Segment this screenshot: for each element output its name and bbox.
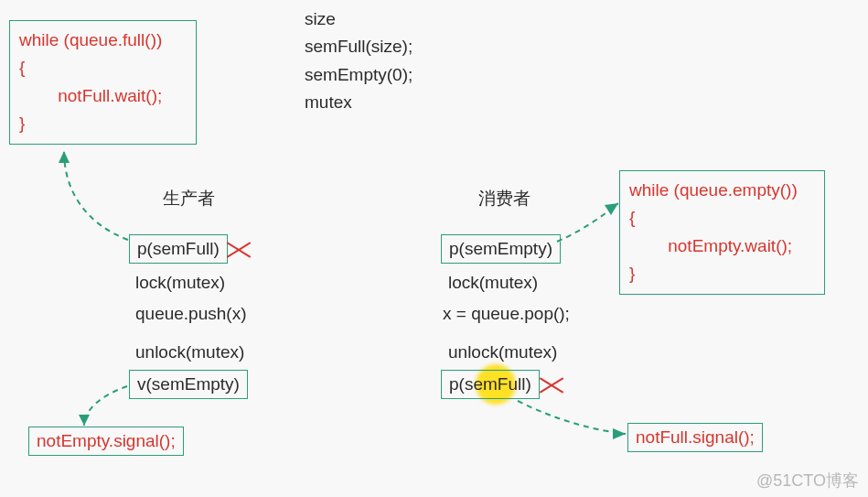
p-semempty-box: p(semEmpty) [441,234,561,264]
while-empty-l4: } [629,260,815,287]
init-semempty: semEmpty(0); [305,61,413,89]
while-queue-full-box: while (queue.full()) { notFull.wait(); } [9,20,197,145]
consumer-heading: 消费者 [478,187,530,211]
producer-heading: 生产者 [163,187,215,211]
svg-marker-2 [605,203,618,215]
p-semfull-text: p(semFull) [137,239,220,258]
while-empty-l2: { [629,204,815,232]
producer-lock: lock(mutex) [135,273,225,293]
while-full-l4: } [19,110,187,137]
init-block: size semFull(size); semEmpty(0); mutex [305,5,413,117]
consumer-lock: lock(mutex) [448,273,538,293]
while-full-l2: { [19,54,187,81]
p-semfull-consumer-text: p(semFull) [449,374,531,394]
notempty-signal-box: notEmpty.signal(); [28,427,184,456]
while-empty-l3: notEmpty.wait(); [629,232,815,260]
svg-marker-1 [79,415,90,426]
v-semempty-text: v(semEmpty) [137,374,240,394]
while-full-l3: notFull.wait(); [19,82,187,110]
notfull-signal-text: notFull.signal(); [636,427,755,447]
notfull-signal-box: notFull.signal(); [627,423,763,452]
notempty-signal-text: notEmpty.signal(); [37,431,176,450]
svg-marker-0 [59,151,70,163]
producer-push: queue.push(x) [135,304,246,324]
init-semfull: semFull(size); [305,33,413,60]
consumer-pop: x = queue.pop(); [443,304,570,324]
init-mutex: mutex [305,89,413,116]
consumer-unlock: unlock(mutex) [448,342,557,362]
while-queue-empty-box: while (queue.empty()) { notEmpty.wait();… [619,170,825,295]
p-semfull-consumer-box: p(semFull) [441,370,540,399]
cross-icon-1 [227,238,251,262]
init-size: size [305,5,413,33]
while-empty-l1: while (queue.empty()) [629,177,815,204]
producer-unlock: unlock(mutex) [135,342,244,362]
p-semfull-box: p(semFull) [129,234,228,264]
p-semempty-text: p(semEmpty) [449,239,552,258]
while-full-l1: while (queue.full()) [19,27,187,54]
cross-icon-2 [540,373,563,397]
watermark-text: @51CTO博客 [756,470,859,492]
svg-marker-3 [613,428,626,439]
v-semempty-box: v(semEmpty) [129,370,248,399]
